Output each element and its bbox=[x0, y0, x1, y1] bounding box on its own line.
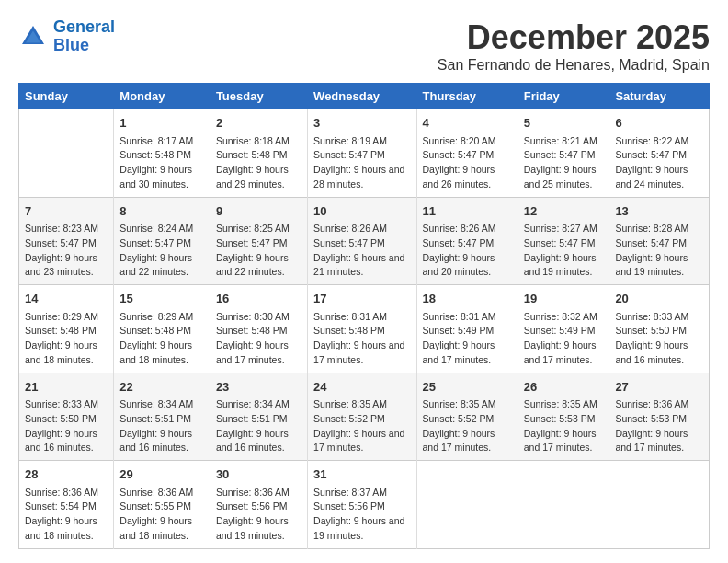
calendar-table: SundayMondayTuesdayWednesdayThursdayFrid… bbox=[18, 83, 710, 549]
calendar-cell: 24Sunrise: 8:35 AMSunset: 5:52 PMDayligh… bbox=[308, 373, 416, 461]
sunrise-text: Sunrise: 8:35 AM bbox=[423, 398, 496, 409]
weekday-header-friday: Friday bbox=[518, 84, 609, 109]
sunrise-text: Sunrise: 8:26 AM bbox=[313, 223, 387, 234]
sunrise-text: Sunrise: 8:24 AM bbox=[119, 223, 193, 234]
sunset-text: Sunset: 5:48 PM bbox=[119, 325, 191, 336]
sunrise-text: Sunrise: 8:32 AM bbox=[524, 311, 597, 322]
weekday-header-sunday: Sunday bbox=[19, 84, 114, 109]
sunset-text: Sunset: 5:50 PM bbox=[25, 413, 97, 424]
sunrise-text: Sunrise: 8:29 AM bbox=[119, 311, 193, 322]
day-info: Sunrise: 8:33 AMSunset: 5:50 PMDaylight:… bbox=[615, 310, 703, 368]
weekday-header-monday: Monday bbox=[114, 84, 210, 109]
day-info: Sunrise: 8:26 AMSunset: 5:47 PMDaylight:… bbox=[313, 222, 410, 280]
sunset-text: Sunset: 5:47 PM bbox=[615, 149, 687, 160]
sunrise-text: Sunrise: 8:28 AM bbox=[615, 223, 688, 234]
day-number: 6 bbox=[615, 114, 703, 132]
calendar-cell: 25Sunrise: 8:35 AMSunset: 5:52 PMDayligh… bbox=[416, 373, 518, 461]
calendar-cell: 22Sunrise: 8:34 AMSunset: 5:51 PMDayligh… bbox=[114, 373, 210, 461]
calendar-cell bbox=[416, 461, 518, 549]
sunset-text: Sunset: 5:52 PM bbox=[423, 413, 495, 424]
day-number: 23 bbox=[216, 378, 301, 396]
sunset-text: Sunset: 5:50 PM bbox=[615, 325, 687, 336]
daylight-text: Daylight: 9 hours and 17 minutes. bbox=[313, 428, 404, 454]
sunset-text: Sunset: 5:47 PM bbox=[313, 237, 385, 248]
sunset-text: Sunset: 5:47 PM bbox=[216, 237, 288, 248]
sunset-text: Sunset: 5:47 PM bbox=[615, 237, 687, 248]
logo-text: General Blue bbox=[53, 18, 115, 55]
day-number: 17 bbox=[313, 290, 410, 308]
day-info: Sunrise: 8:34 AMSunset: 5:51 PMDaylight:… bbox=[119, 397, 204, 455]
daylight-text: Daylight: 9 hours and 17 minutes. bbox=[423, 339, 495, 365]
logo-line2: Blue bbox=[53, 36, 89, 54]
day-number: 21 bbox=[25, 378, 108, 396]
sunset-text: Sunset: 5:55 PM bbox=[119, 500, 191, 511]
calendar-cell: 15Sunrise: 8:29 AMSunset: 5:48 PMDayligh… bbox=[114, 285, 210, 373]
day-number: 3 bbox=[313, 114, 410, 132]
daylight-text: Daylight: 9 hours and 18 minutes. bbox=[25, 515, 97, 541]
sunset-text: Sunset: 5:53 PM bbox=[524, 413, 596, 424]
weekday-header-tuesday: Tuesday bbox=[210, 84, 307, 109]
sunset-text: Sunset: 5:47 PM bbox=[423, 149, 495, 160]
day-info: Sunrise: 8:34 AMSunset: 5:51 PMDaylight:… bbox=[216, 397, 301, 455]
calendar-cell: 7Sunrise: 8:23 AMSunset: 5:47 PMDaylight… bbox=[19, 197, 114, 285]
sunrise-text: Sunrise: 8:31 AM bbox=[423, 311, 496, 322]
day-info: Sunrise: 8:23 AMSunset: 5:47 PMDaylight:… bbox=[25, 222, 108, 280]
day-info: Sunrise: 8:33 AMSunset: 5:50 PMDaylight:… bbox=[25, 397, 108, 455]
weekday-row: SundayMondayTuesdayWednesdayThursdayFrid… bbox=[19, 84, 710, 109]
sunset-text: Sunset: 5:52 PM bbox=[313, 413, 385, 424]
calendar-cell: 2Sunrise: 8:18 AMSunset: 5:48 PMDaylight… bbox=[210, 109, 307, 198]
daylight-text: Daylight: 9 hours and 18 minutes. bbox=[119, 515, 192, 541]
daylight-text: Daylight: 9 hours and 18 minutes. bbox=[119, 339, 192, 365]
calendar-cell: 27Sunrise: 8:36 AMSunset: 5:53 PMDayligh… bbox=[609, 373, 710, 461]
daylight-text: Daylight: 9 hours and 25 minutes. bbox=[524, 164, 597, 190]
calendar-cell: 21Sunrise: 8:33 AMSunset: 5:50 PMDayligh… bbox=[19, 373, 114, 461]
sunrise-text: Sunrise: 8:20 AM bbox=[423, 135, 496, 146]
day-number: 10 bbox=[313, 202, 410, 221]
day-number: 5 bbox=[524, 114, 604, 132]
calendar-cell: 17Sunrise: 8:31 AMSunset: 5:48 PMDayligh… bbox=[308, 285, 416, 373]
sunset-text: Sunset: 5:56 PM bbox=[216, 500, 288, 511]
calendar-cell: 19Sunrise: 8:32 AMSunset: 5:49 PMDayligh… bbox=[518, 285, 609, 373]
logo-line1: General bbox=[53, 17, 115, 36]
sunrise-text: Sunrise: 8:31 AM bbox=[313, 311, 387, 322]
sunrise-text: Sunrise: 8:34 AM bbox=[119, 398, 193, 409]
daylight-text: Daylight: 9 hours and 22 minutes. bbox=[216, 252, 289, 278]
day-info: Sunrise: 8:19 AMSunset: 5:47 PMDaylight:… bbox=[313, 134, 410, 192]
day-number: 8 bbox=[119, 202, 204, 221]
calendar-cell: 11Sunrise: 8:26 AMSunset: 5:47 PMDayligh… bbox=[416, 197, 518, 285]
day-number: 30 bbox=[216, 465, 301, 484]
calendar-cell: 30Sunrise: 8:36 AMSunset: 5:56 PMDayligh… bbox=[210, 461, 307, 549]
day-number: 14 bbox=[25, 290, 108, 308]
day-info: Sunrise: 8:17 AMSunset: 5:48 PMDaylight:… bbox=[119, 134, 204, 192]
sunset-text: Sunset: 5:47 PM bbox=[524, 237, 596, 248]
calendar-cell bbox=[518, 461, 609, 549]
day-number: 20 bbox=[615, 290, 703, 308]
day-info: Sunrise: 8:28 AMSunset: 5:47 PMDaylight:… bbox=[615, 222, 703, 280]
calendar-week-4: 21Sunrise: 8:33 AMSunset: 5:50 PMDayligh… bbox=[19, 373, 710, 461]
sunrise-text: Sunrise: 8:26 AM bbox=[423, 223, 496, 234]
day-number: 18 bbox=[423, 290, 512, 308]
daylight-text: Daylight: 9 hours and 16 minutes. bbox=[615, 339, 688, 365]
sunrise-text: Sunrise: 8:27 AM bbox=[524, 223, 597, 234]
calendar-cell: 4Sunrise: 8:20 AMSunset: 5:47 PMDaylight… bbox=[416, 109, 518, 198]
day-number: 9 bbox=[216, 202, 301, 221]
sunset-text: Sunset: 5:48 PM bbox=[216, 149, 288, 160]
day-number: 27 bbox=[615, 378, 703, 396]
sunrise-text: Sunrise: 8:36 AM bbox=[25, 487, 98, 498]
sunrise-text: Sunrise: 8:35 AM bbox=[524, 398, 597, 409]
day-number: 24 bbox=[313, 378, 410, 396]
day-number: 16 bbox=[216, 290, 301, 308]
title-area: December 2025 San Fernando de Henares, M… bbox=[438, 18, 710, 74]
calendar-cell: 20Sunrise: 8:33 AMSunset: 5:50 PMDayligh… bbox=[609, 285, 710, 373]
day-number: 2 bbox=[216, 114, 301, 132]
sunrise-text: Sunrise: 8:18 AM bbox=[216, 135, 290, 146]
sunrise-text: Sunrise: 8:36 AM bbox=[119, 487, 193, 498]
weekday-header-wednesday: Wednesday bbox=[308, 84, 416, 109]
calendar-cell: 3Sunrise: 8:19 AMSunset: 5:47 PMDaylight… bbox=[308, 109, 416, 198]
sunset-text: Sunset: 5:49 PM bbox=[524, 325, 596, 336]
day-number: 7 bbox=[25, 202, 108, 221]
daylight-text: Daylight: 9 hours and 20 minutes. bbox=[423, 252, 495, 278]
day-info: Sunrise: 8:35 AMSunset: 5:52 PMDaylight:… bbox=[313, 397, 410, 455]
calendar-cell: 31Sunrise: 8:37 AMSunset: 5:56 PMDayligh… bbox=[308, 461, 416, 549]
day-info: Sunrise: 8:32 AMSunset: 5:49 PMDaylight:… bbox=[524, 310, 604, 368]
